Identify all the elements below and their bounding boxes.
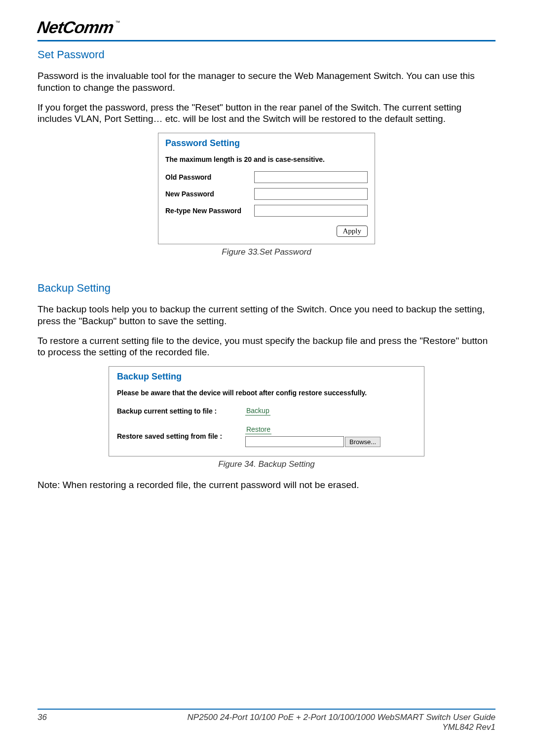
restore-label: Restore saved setting from file : bbox=[117, 432, 245, 440]
set-password-para1: Password is the invaluable tool for the … bbox=[38, 70, 495, 94]
brand-text: NetComm bbox=[36, 18, 115, 37]
old-password-label: Old Password bbox=[165, 173, 254, 181]
backup-para1: The backup tools help you to backup the … bbox=[38, 303, 495, 327]
restore-note: Note: When restoring a recorded file, th… bbox=[38, 479, 495, 491]
apply-row: Apply bbox=[165, 226, 368, 237]
new-password-input[interactable] bbox=[254, 188, 368, 200]
figure-33-wrap: Password Setting The maximum length is 2… bbox=[38, 133, 495, 257]
browse-button[interactable]: Browse... bbox=[345, 437, 381, 447]
page-footer: 36 NP2500 24-Port 10/100 PoE + 2-Port 10… bbox=[38, 709, 495, 732]
set-password-para2: If you forget the password, press the "R… bbox=[38, 102, 495, 125]
restore-file-input[interactable] bbox=[245, 436, 344, 447]
header-divider bbox=[38, 40, 495, 41]
password-panel-title: Password Setting bbox=[165, 138, 368, 149]
restore-controls: Restore Browse... bbox=[245, 425, 381, 447]
new-password-label: New Password bbox=[165, 190, 254, 198]
backup-panel-title: Backup Setting bbox=[117, 372, 416, 382]
restore-row: Restore saved setting from file : Restor… bbox=[117, 425, 416, 447]
trademark-symbol: ™ bbox=[115, 20, 120, 25]
apply-button[interactable]: Apply bbox=[337, 226, 368, 237]
set-password-heading: Set Password bbox=[38, 48, 495, 61]
old-password-row: Old Password bbox=[165, 171, 368, 183]
footer-rev: YML842 Rev1 bbox=[188, 722, 495, 732]
backup-setting-heading: Backup Setting bbox=[38, 282, 495, 295]
figure-34-caption: Figure 34. Backup Setting bbox=[38, 459, 495, 469]
backup-row: Backup current setting to file : Backup bbox=[117, 407, 416, 416]
footer-divider bbox=[38, 709, 495, 710]
backup-label: Backup current setting to file : bbox=[117, 407, 245, 415]
figure-33-caption: Figure 33.Set Password bbox=[38, 247, 495, 257]
page-number: 36 bbox=[38, 713, 47, 732]
backup-setting-panel: Backup Setting Please be aware that the … bbox=[109, 366, 424, 456]
retype-password-label: Re-type New Password bbox=[165, 207, 254, 215]
file-input-row: Browse... bbox=[245, 436, 381, 447]
old-password-input[interactable] bbox=[254, 171, 368, 183]
new-password-row: New Password bbox=[165, 188, 368, 200]
backup-button[interactable]: Backup bbox=[245, 407, 270, 416]
figure-34-wrap: Backup Setting Please be aware that the … bbox=[38, 366, 495, 469]
password-panel-note: The maximum length is 20 and is case-sen… bbox=[165, 155, 368, 163]
password-setting-panel: Password Setting The maximum length is 2… bbox=[158, 133, 375, 244]
footer-right: NP2500 24-Port 10/100 PoE + 2-Port 10/10… bbox=[188, 713, 495, 732]
footer-title: NP2500 24-Port 10/100 PoE + 2-Port 10/10… bbox=[188, 713, 495, 722]
backup-para2: To restore a current setting file to the… bbox=[38, 335, 495, 359]
retype-password-row: Re-type New Password bbox=[165, 205, 368, 217]
retype-password-input[interactable] bbox=[254, 205, 368, 217]
brand-logo: NetComm ™ bbox=[38, 18, 495, 37]
restore-button[interactable]: Restore bbox=[245, 425, 271, 434]
backup-panel-note: Please be aware that the device will reb… bbox=[117, 389, 416, 397]
